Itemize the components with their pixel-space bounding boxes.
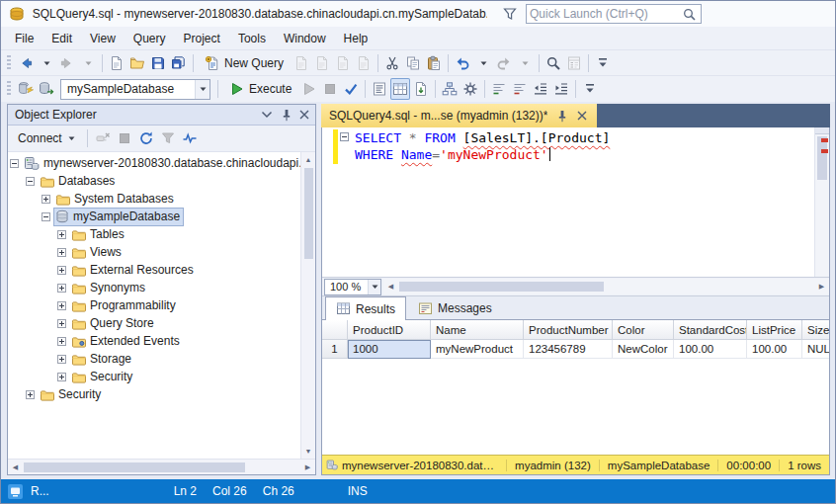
tree-node-mysampledatabase[interactable]: mySampleDatabase xyxy=(8,208,300,225)
expand-icon[interactable] xyxy=(57,266,66,275)
nav-backward-icon[interactable] xyxy=(16,52,36,74)
code-line-2[interactable]: WHERE Name='myNewProduct' xyxy=(355,146,814,163)
splitter-grip[interactable] xyxy=(815,127,829,134)
column-header-productnumber[interactable]: ProductNumber xyxy=(524,320,613,340)
collapse-icon[interactable] xyxy=(10,159,19,168)
hscroll-thumb[interactable] xyxy=(24,462,245,472)
title-bar[interactable]: SQLQuery4.sql - mynewserver-20180830.dat… xyxy=(1,1,835,27)
tree-node-query-store[interactable]: Query Store xyxy=(8,314,300,332)
menu-window[interactable]: Window xyxy=(275,27,335,49)
expand-icon[interactable] xyxy=(57,373,66,381)
collapse-icon[interactable] xyxy=(26,177,35,186)
debug-icon[interactable] xyxy=(299,78,319,100)
refresh-icon[interactable] xyxy=(136,127,156,149)
undo-icon[interactable] xyxy=(453,52,472,74)
code-line-1[interactable]: SELECT * FROM [SalesLT].[Product] xyxy=(355,129,814,146)
scroll-right-icon[interactable] xyxy=(814,280,829,294)
cut-icon[interactable] xyxy=(382,52,402,74)
combo-dropdown-icon[interactable] xyxy=(195,80,209,99)
nav-forward-icon[interactable] xyxy=(57,52,77,74)
decrease-indent-icon[interactable] xyxy=(531,78,550,100)
cell-size[interactable]: NULL xyxy=(802,340,829,359)
scroll-left-icon[interactable] xyxy=(383,280,398,294)
row-header[interactable]: 1 xyxy=(322,340,348,359)
xmla-query-icon[interactable] xyxy=(354,52,374,74)
expand-icon[interactable] xyxy=(57,301,66,310)
disconnect-icon[interactable] xyxy=(93,127,113,149)
funnel-icon[interactable] xyxy=(501,5,519,23)
column-header-listprice[interactable]: ListPrice xyxy=(747,320,802,340)
expand-icon[interactable] xyxy=(26,390,35,399)
object-explorer-hscrollbar[interactable] xyxy=(8,459,315,474)
undo-caret[interactable] xyxy=(473,52,493,74)
editor-vscroll-thumb[interactable] xyxy=(817,136,827,180)
cell-productid[interactable]: 1000 xyxy=(348,340,431,359)
available-databases-icon[interactable] xyxy=(37,78,56,100)
tree-node-views[interactable]: Views xyxy=(8,243,300,261)
tree-node-synonyms[interactable]: Synonyms xyxy=(8,279,300,296)
toolbar-options-icon[interactable] xyxy=(580,78,600,100)
find-icon[interactable] xyxy=(543,52,563,74)
menu-view[interactable]: View xyxy=(81,27,125,49)
redo-caret[interactable] xyxy=(515,52,535,74)
save-icon[interactable] xyxy=(148,52,168,74)
cell-listprice[interactable]: 100.00 xyxy=(747,340,802,359)
database-engine-query-icon[interactable] xyxy=(292,52,311,74)
tree-node-storage[interactable]: Storage xyxy=(8,350,300,368)
redo-icon[interactable] xyxy=(494,52,514,74)
tree-node-extended-events[interactable]: Extended Events xyxy=(8,332,300,350)
cell-color[interactable]: NewColor xyxy=(613,340,674,359)
object-explorer-header[interactable]: Object Explorer xyxy=(8,105,315,126)
uncomment-icon[interactable] xyxy=(510,78,530,100)
expand-icon[interactable] xyxy=(57,230,66,239)
toolbar-options-icon[interactable] xyxy=(593,52,613,74)
tree-node-system-databases[interactable]: System Databases xyxy=(8,190,300,208)
toolbar-grip[interactable] xyxy=(7,55,11,71)
menu-tools[interactable]: Tools xyxy=(229,27,275,49)
menu-file[interactable]: File xyxy=(6,27,42,49)
new-item-icon[interactable] xyxy=(107,52,126,74)
increase-indent-icon[interactable] xyxy=(551,78,571,100)
estimated-plan-icon[interactable] xyxy=(440,78,460,100)
zoom-dropdown-icon[interactable] xyxy=(368,280,380,294)
copy-icon[interactable] xyxy=(403,52,423,74)
expand-icon[interactable] xyxy=(57,284,66,293)
execute-button[interactable]: Execute xyxy=(222,78,298,100)
editor-hscroll-thumb[interactable] xyxy=(399,282,604,292)
column-header-name[interactable]: Name xyxy=(431,320,524,340)
toolbar-grip[interactable] xyxy=(7,81,11,97)
code-editor[interactable]: SELECT * FROM [SalesLT].[Product]WHERE N… xyxy=(322,127,829,278)
expand-icon[interactable] xyxy=(57,319,66,328)
cell-productnumber[interactable]: 123456789 xyxy=(524,340,613,359)
grid-corner-cell[interactable] xyxy=(322,320,348,340)
menu-query[interactable]: Query xyxy=(125,27,175,49)
save-all-icon[interactable] xyxy=(169,52,189,74)
scroll-left-icon[interactable] xyxy=(8,460,23,474)
cell-standardcost[interactable]: 100.00 xyxy=(674,340,747,359)
activity-monitor-icon[interactable] xyxy=(180,127,200,149)
column-header-size[interactable]: Size xyxy=(802,320,829,340)
tab-close-icon[interactable] xyxy=(575,109,589,123)
document-tab[interactable]: SQLQuery4.sql - m...se (myadmin (132))* xyxy=(321,104,597,127)
pin-icon[interactable] xyxy=(277,107,293,124)
filter-icon[interactable] xyxy=(158,127,178,149)
tree-node-databases[interactable]: Databases xyxy=(8,172,300,190)
properties-window-icon[interactable] xyxy=(564,52,584,74)
connect-button[interactable]: Connect xyxy=(12,127,82,149)
collapse-icon[interactable] xyxy=(42,212,50,221)
scroll-down-icon[interactable] xyxy=(301,444,316,459)
nav-forward-caret[interactable] xyxy=(78,52,98,74)
vscroll-thumb[interactable] xyxy=(304,168,313,259)
column-header-productid[interactable]: ProductID xyxy=(348,320,431,340)
column-header-color[interactable]: Color xyxy=(613,320,674,340)
quick-launch-input[interactable] xyxy=(530,7,680,21)
tree-node-external-resources[interactable]: External Resources xyxy=(8,261,300,279)
close-icon[interactable] xyxy=(295,107,312,124)
zoom-combo[interactable]: 100 % xyxy=(324,279,381,295)
tree-node-security[interactable]: Security xyxy=(8,385,300,403)
open-file-icon[interactable] xyxy=(127,52,147,74)
menu-project[interactable]: Project xyxy=(175,27,229,49)
parse-query-icon[interactable] xyxy=(341,78,361,100)
tree-node-tables[interactable]: Tables xyxy=(8,225,300,243)
menu-edit[interactable]: Edit xyxy=(42,27,81,49)
